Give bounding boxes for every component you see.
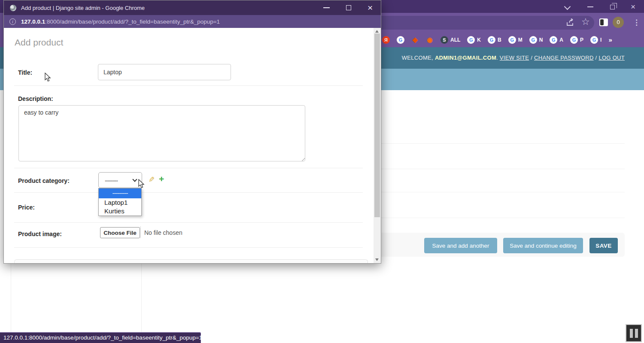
eye-icon: ◉ — [426, 36, 434, 44]
logout-link[interactable]: LOG OUT — [598, 55, 625, 61]
scrollbar-thumb[interactable] — [374, 33, 380, 217]
google-icon: G — [529, 36, 537, 44]
bookmark-eye[interactable]: ◉ — [426, 36, 434, 44]
yandex-icon: Я — [382, 36, 390, 44]
bookmarks-overflow-chevron[interactable]: » — [608, 36, 612, 43]
title-label: Title: — [18, 69, 32, 76]
popup-urlbar[interactable]: i 127.0.0.1:8000/admin/base/product/add/… — [4, 15, 381, 28]
pause-icon — [635, 329, 638, 338]
popup-maximize-icon[interactable] — [346, 5, 351, 10]
price-label: Price: — [18, 204, 35, 211]
bookmark-label: ALL — [450, 37, 460, 43]
google-icon: G — [397, 36, 404, 44]
description-label: Description: — [18, 95, 53, 102]
username: ADMIN1@GMAIL.COM — [435, 55, 496, 61]
dropdown-option-empty[interactable]: --------- — [99, 188, 141, 198]
change-password-link[interactable]: CHANGE PASSWORD — [534, 55, 594, 61]
row-divider — [14, 222, 363, 223]
bookmark-star-icon[interactable]: ☆ — [581, 16, 590, 27]
dropdown-option-kurties[interactable]: Kurties — [99, 207, 141, 216]
welcome-separator: / — [594, 55, 599, 61]
product-category-select[interactable]: --------- — [98, 172, 142, 188]
minimize-icon[interactable] — [587, 6, 593, 7]
category-dropdown-list: --------- Laptop1 Kurties — [98, 188, 142, 216]
row-divider — [14, 247, 363, 248]
edit-category-icon[interactable]: ✎ — [149, 175, 155, 184]
view-site-link[interactable]: VIEW SITE — [500, 55, 529, 61]
product-image-label: Product image: — [18, 231, 62, 237]
pause-icon — [630, 329, 633, 338]
bookmark-google[interactable]: G — [397, 36, 404, 44]
select-value: --------- — [105, 177, 118, 184]
site-favicon-icon — [10, 5, 16, 11]
popup-close-icon[interactable]: × — [368, 2, 373, 13]
side-panel-icon[interactable] — [599, 18, 608, 26]
bookmark-b[interactable]: GB — [488, 36, 501, 44]
tab-search-chevron-icon[interactable] — [564, 3, 571, 10]
page-info-icon[interactable]: i — [9, 18, 16, 25]
page-title: Add product — [15, 37, 63, 48]
popup-titlebar[interactable]: Add product | Django site admin - Google… — [4, 0, 381, 15]
bookmark-yandex[interactable]: Я — [382, 36, 390, 44]
bookmark-a[interactable]: GA — [550, 36, 563, 44]
profile-avatar[interactable]: 0 — [613, 17, 624, 28]
url-path: :8000/admin/base/product/add/?_to_field=… — [45, 18, 220, 25]
google-icon: G — [488, 36, 495, 44]
save-button[interactable]: SAVE — [589, 238, 618, 253]
popup-minimize-icon[interactable] — [323, 7, 330, 8]
add-category-icon[interactable]: + — [159, 174, 164, 184]
popup-scrollbar[interactable] — [374, 28, 381, 263]
save-and-continue-button[interactable]: Save and continue editing — [503, 238, 583, 253]
row-divider — [14, 85, 363, 86]
add-product-popup-window: Add product | Django site admin - Google… — [3, 0, 381, 264]
bookmark-p[interactable]: GP — [570, 36, 583, 44]
bookmark-label: N — [539, 37, 543, 43]
bookmark-all[interactable]: SALL — [440, 36, 460, 44]
scrollbar-down-arrow-icon[interactable] — [375, 258, 379, 261]
bookmark-flame[interactable]: ◆ — [411, 36, 419, 44]
background-fieldset-box — [11, 263, 142, 333]
bookmark-label: P — [580, 37, 583, 43]
bookmark-i[interactable]: GI — [590, 36, 601, 44]
popup-submit-row-panel — [14, 259, 368, 263]
link-status-tooltip: 127.0.0.1:8000/admin/base/product/add/?_… — [0, 332, 201, 343]
bookmark-label: K — [477, 37, 481, 43]
close-window-icon[interactable]: × — [631, 3, 635, 11]
google-icon: G — [508, 36, 516, 44]
bookmark-m[interactable]: GM — [508, 36, 522, 44]
title-input[interactable] — [98, 64, 231, 80]
description-textarea[interactable]: easy to carry — [18, 105, 305, 161]
row-divider — [14, 168, 363, 168]
pause-recording-button[interactable] — [626, 324, 642, 342]
scrollbar-up-arrow-icon[interactable] — [375, 30, 379, 33]
google-icon: G — [550, 36, 557, 44]
bookmark-n[interactable]: GN — [529, 36, 543, 44]
chrome-menu-icon[interactable]: ⋮ — [633, 18, 640, 27]
popup-form-content: Add product Title: Description: easy to … — [4, 28, 381, 263]
product-category-label: Product category: — [18, 177, 70, 184]
dropdown-option-laptop1[interactable]: Laptop1 — [99, 198, 141, 207]
popup-window-title: Add product | Django site admin - Google… — [21, 5, 145, 11]
flame-icon: ◆ — [411, 36, 419, 44]
google-icon: G — [467, 36, 475, 44]
overflow-icon: » — [608, 36, 612, 43]
no-file-chosen-text: No file chosen — [144, 229, 182, 236]
welcome-text: WELCOME, — [402, 55, 435, 61]
globe-icon: S — [440, 36, 448, 44]
file-separator — [140, 226, 141, 238]
bookmark-k[interactable]: GK — [467, 36, 481, 44]
popup-url: 127.0.0.1:8000/admin/base/product/add/?_… — [21, 18, 220, 25]
chevron-down-icon — [132, 177, 137, 182]
choose-file-button[interactable]: Choose File — [100, 227, 140, 238]
save-and-add-another-button[interactable]: Save and add another — [424, 238, 497, 253]
bookmark-label: M — [518, 37, 522, 43]
google-icon: G — [570, 36, 578, 44]
share-icon[interactable] — [566, 18, 575, 27]
google-icon: G — [590, 36, 598, 44]
url-host: 127.0.0.1 — [21, 18, 45, 25]
bookmark-label: I — [600, 37, 601, 43]
bookmark-label: B — [498, 37, 501, 43]
mouse-cursor — [45, 73, 52, 82]
restore-window-icon[interactable] — [610, 5, 615, 9]
row-divider — [14, 192, 363, 193]
